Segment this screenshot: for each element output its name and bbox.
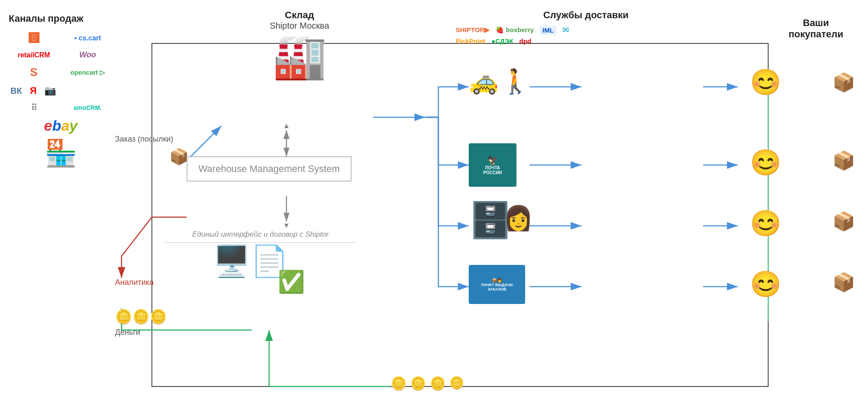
logos-row-3: S opencart ▷ xyxy=(9,64,113,81)
logo-boomstarter: 🅱 xyxy=(9,30,59,46)
customer-1-row: 😊 xyxy=(750,67,781,97)
delivery-courier: 🚕 🚶 xyxy=(469,67,530,96)
pickup-box: 📦👩 ПУНКТ ВЫДАЧИЗАКАЗОВ xyxy=(469,265,525,304)
logo-opencart: opencart ▷ xyxy=(62,64,113,81)
logo-dots: ⠿ xyxy=(9,101,59,115)
warehouse-subtitle: Shiptor Москва xyxy=(217,21,382,31)
warehouse-section: Склад Shiptor Москва 🏭 xyxy=(217,10,382,78)
svg-marker-27 xyxy=(284,224,289,228)
post-russia-box: 🦅 ПОЧТАРОССИИ xyxy=(469,143,516,187)
diagram-container: Каналы продаж 🅱 ▪ cs.cart retailCRM Woo … xyxy=(0,0,868,403)
customer-3-row: 😊 xyxy=(750,208,781,238)
customers-title: Вашипокупатели xyxy=(777,17,855,40)
coin-1: 🪙 xyxy=(391,376,407,391)
coin-2: 🪙 xyxy=(410,376,426,391)
customer-4-smiley: 😊 xyxy=(750,269,781,299)
logo-simla: S xyxy=(9,64,59,81)
customer-2-row: 😊 xyxy=(750,148,781,177)
logo-mail2: ✉ xyxy=(562,25,569,35)
wms-label: Warehouse Management System xyxy=(198,163,340,174)
logo-iml: IML xyxy=(540,26,556,35)
logo-amocrm: amoCRM. xyxy=(62,101,113,115)
package-1: 📦 xyxy=(832,72,855,93)
sales-channels-title: Каналы продаж xyxy=(9,13,113,24)
svg-line-6 xyxy=(187,126,221,161)
money-text: Деньги xyxy=(115,328,140,337)
logos-row-6: ebay xyxy=(9,117,113,134)
left-panel: Каналы продаж 🅱 ▪ cs.cart retailCRM Woo … xyxy=(9,13,113,168)
customer-4-row: 😊 xyxy=(750,269,781,299)
logo-cdek: ●СДЭК xyxy=(491,37,513,45)
coin-4: 🪙 xyxy=(449,376,464,391)
person-icon: 🚶 xyxy=(500,68,530,95)
delivery-post: 🦅 ПОЧТАРОССИИ xyxy=(469,143,516,187)
logos-row-1: 🅱 ▪ cs.cart xyxy=(9,30,113,46)
warehouse-building: 🏭 xyxy=(217,34,382,78)
delivery-locker: 🗄️ 👩 xyxy=(469,200,512,241)
arrows-svg xyxy=(0,0,868,403)
logos-row-4: ВК Я 📷 xyxy=(9,83,113,98)
interface-label: Единый интерфейс и договор с Shiptor xyxy=(165,230,356,243)
customer-2-smiley: 😊 xyxy=(750,148,781,177)
wms-box: Warehouse Management System xyxy=(187,156,352,182)
logos-row-7: 🏪 xyxy=(9,138,113,168)
coin-3: 🪙 xyxy=(430,376,446,391)
analytics-label: Аналитика xyxy=(115,278,154,287)
logos-row-2: retailCRM Woo xyxy=(9,49,113,61)
delivery-title: Службы доставки xyxy=(456,10,716,21)
delivery-pickup: 📦👩 ПУНКТ ВЫДАЧИЗАКАЗОВ xyxy=(469,265,525,304)
logo-yandex: Я xyxy=(28,83,39,98)
money-label: 🪙🪙🪙 xyxy=(115,308,167,325)
logo-shiptor: SHIPTOR▶ xyxy=(456,26,490,34)
order-label: Заказ (посылки) xyxy=(115,135,173,144)
logo-pickpoint: PickPoint xyxy=(456,37,485,45)
logo-dpd: dpd xyxy=(519,37,532,45)
delivery-logos: SHIPTOR▶ 🍓 boxberry IML ✉ xyxy=(456,25,716,35)
logo-instagram: 📷 xyxy=(43,83,58,98)
logos-row-5: ⠿ amoCRM. xyxy=(9,101,113,115)
car-icon: 🚕 xyxy=(469,68,499,95)
person-locker-icon: 👩 xyxy=(503,204,533,232)
warehouse-title: Склад xyxy=(217,10,382,21)
logo-woo: Woo xyxy=(62,49,113,61)
monitor-icon: 🖥️📄 xyxy=(213,243,288,279)
customer-1-smiley: 😊 xyxy=(750,67,781,97)
check-icon: ✅ xyxy=(278,269,305,294)
package-2: 📦 xyxy=(832,150,855,171)
customers-section: Вашипокупатели xyxy=(777,17,855,40)
logo-cscart: ▪ cs.cart xyxy=(62,30,113,46)
customer-3-smiley: 😊 xyxy=(750,208,781,238)
coins-icon: 🪙🪙🪙 xyxy=(115,309,167,324)
logo-shop: 🏪 xyxy=(45,139,77,168)
svg-rect-0 xyxy=(152,43,768,386)
package-icon: 📦 xyxy=(169,148,189,166)
package-4: 📦 xyxy=(832,271,855,293)
delivery-logos-2: PickPoint ●СДЭК dpd xyxy=(456,37,716,45)
logo-vk: ВК xyxy=(9,83,24,98)
delivery-section: Службы доставки SHIPTOR▶ 🍓 boxberry IML … xyxy=(456,10,716,45)
logo-boxberry: 🍓 boxberry xyxy=(496,26,533,34)
svg-marker-25 xyxy=(284,124,289,128)
logo-retailcrm: retailCRM xyxy=(9,49,59,61)
package-3: 📦 xyxy=(832,211,855,232)
logo-ebay: e xyxy=(44,117,52,134)
bottom-coins: 🪙 🪙 🪙 🪙 xyxy=(391,376,464,391)
